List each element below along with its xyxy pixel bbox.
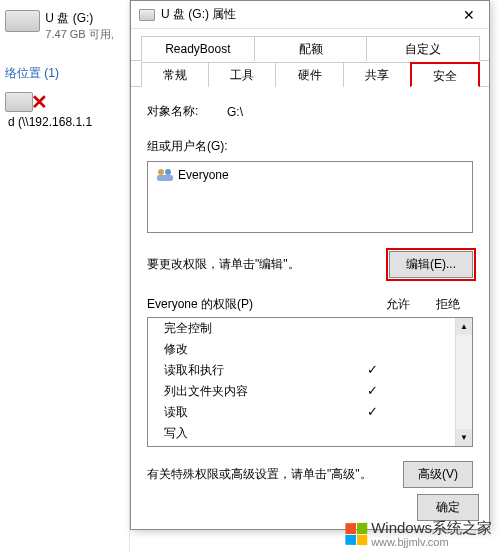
permission-deny-check (397, 341, 447, 358)
permission-row[interactable]: 读取 ✓ (148, 402, 472, 423)
permission-name: 读取和执行 (156, 362, 347, 379)
watermark-url: www.bjjmlv.com (371, 536, 492, 548)
permission-name: 修改 (156, 341, 347, 358)
titlebar[interactable]: U 盘 (G:) 属性 ✕ (131, 1, 489, 29)
network-drive-name: d (\\192.168.1.1 (8, 115, 92, 129)
properties-dialog: U 盘 (G:) 属性 ✕ ReadyBoost 配额 自定义 常规 工具 硬件… (130, 0, 490, 530)
tab-quota[interactable]: 配额 (254, 36, 368, 61)
tab-security[interactable]: 安全 (410, 62, 480, 87)
scroll-up-icon[interactable]: ▲ (456, 318, 472, 335)
edit-hint-text: 要更改权限，请单击"编辑"。 (147, 256, 389, 273)
tab-customize[interactable]: 自定义 (366, 36, 480, 61)
edit-button[interactable]: 编辑(E)... (389, 251, 473, 278)
permission-name: 完全控制 (156, 320, 347, 337)
allow-header: 允许 (373, 296, 423, 313)
advanced-button[interactable]: 高级(V) (403, 461, 473, 488)
permission-allow-check: ✓ (347, 362, 397, 379)
permission-allow-check (347, 425, 397, 442)
permission-name: 读取 (156, 404, 347, 421)
permission-row[interactable]: 列出文件夹内容 ✓ (148, 381, 472, 402)
permission-name: 列出文件夹内容 (156, 383, 347, 400)
tab-sharing[interactable]: 共享 (343, 62, 411, 87)
group-users-label: 组或用户名(G): (147, 138, 473, 155)
network-drive-icon (5, 92, 33, 112)
network-drive-item[interactable]: ✕ d (\\192.168.1.1 (5, 90, 129, 129)
drive-item[interactable]: U 盘 (G:) 7.47 GB 可用, (5, 10, 125, 42)
disconnected-icon: ✕ (31, 90, 48, 114)
permission-allow-check (347, 320, 397, 337)
tabs-row-1: ReadyBoost 配额 自定义 (131, 35, 489, 61)
permission-name: 写入 (156, 425, 347, 442)
watermark: Windows系统之家 www.bjjmlv.com (345, 519, 492, 548)
close-button[interactable]: ✕ (449, 1, 489, 29)
permission-deny-check (397, 383, 447, 400)
svg-rect-2 (157, 175, 173, 181)
permission-deny-check (397, 320, 447, 337)
ok-button[interactable]: 确定 (417, 494, 479, 521)
user-row[interactable]: Everyone (152, 166, 468, 184)
tabs-row-2: 常规 工具 硬件 共享 安全 (131, 61, 489, 87)
deny-header: 拒绝 (423, 296, 473, 313)
permissions-listbox: 完全控制 修改 读取和执行 ✓ 列出文件夹内容 ✓ 读取 ✓ 写入 ▲ ▼ (147, 317, 473, 447)
tab-hardware[interactable]: 硬件 (275, 62, 343, 87)
dialog-title: U 盘 (G:) 属性 (161, 6, 449, 23)
permission-deny-check (397, 404, 447, 421)
permission-allow-check (347, 341, 397, 358)
watermark-main: Windows (371, 519, 432, 536)
tab-readyboost[interactable]: ReadyBoost (141, 36, 255, 61)
permissions-title: Everyone 的权限(P) (147, 296, 373, 313)
permission-row[interactable]: 修改 (148, 339, 472, 360)
network-section-label: 络位置 (1) (0, 62, 64, 85)
drive-icon (139, 9, 155, 21)
svg-point-1 (165, 169, 171, 175)
user-name: Everyone (178, 168, 229, 182)
tab-tools[interactable]: 工具 (208, 62, 276, 87)
scrollbar[interactable]: ▲ ▼ (455, 318, 472, 446)
permission-row[interactable]: 读取和执行 ✓ (148, 360, 472, 381)
users-group-icon (156, 168, 174, 182)
windows-logo-icon (346, 522, 368, 545)
advanced-hint-text: 有关特殊权限或高级设置，请单击"高级"。 (147, 466, 403, 483)
svg-point-0 (158, 169, 164, 175)
permission-allow-check: ✓ (347, 404, 397, 421)
permission-row[interactable]: 写入 (148, 423, 472, 444)
users-listbox[interactable]: Everyone (147, 161, 473, 233)
permission-allow-check: ✓ (347, 383, 397, 400)
permission-row[interactable]: 完全控制 (148, 318, 472, 339)
usb-drive-icon (5, 10, 40, 32)
security-pane: 对象名称: G:\ 组或用户名(G): Everyone 要更改权限，请单击"编… (131, 87, 489, 504)
watermark-sub: 系统之家 (432, 519, 492, 536)
object-name-label: 对象名称: (147, 103, 207, 120)
drive-name: U 盘 (G:) (45, 10, 113, 27)
left-panel: U 盘 (G:) 7.47 GB 可用, 络位置 (1) ✕ d (\\192.… (0, 0, 130, 553)
drive-size: 7.47 GB 可用, (45, 27, 113, 42)
object-name-value: G:\ (227, 105, 243, 119)
permission-deny-check (397, 425, 447, 442)
dialog-buttons: 确定 (417, 494, 479, 521)
permission-deny-check (397, 362, 447, 379)
scroll-down-icon[interactable]: ▼ (456, 429, 472, 446)
tab-general[interactable]: 常规 (141, 62, 209, 87)
